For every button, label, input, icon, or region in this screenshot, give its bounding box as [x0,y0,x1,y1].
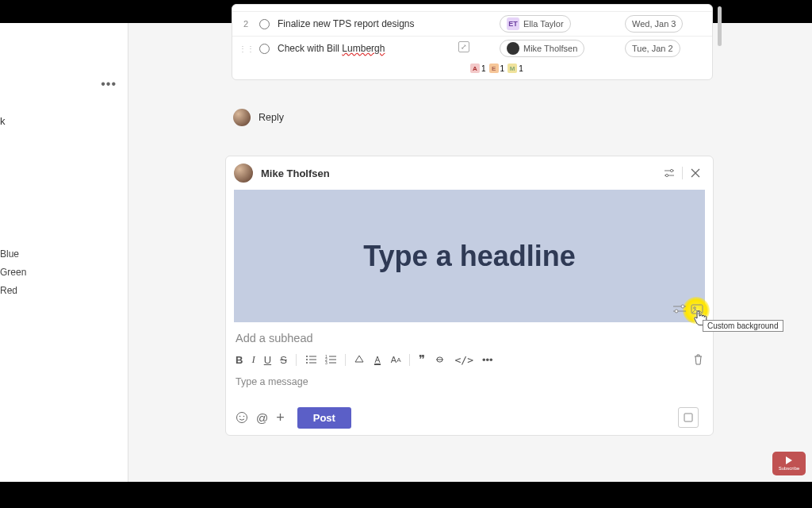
badge-letter: A [470,64,480,73]
link-button[interactable] [434,356,446,364]
sidebar: ••• k Blue Green Red [0,23,128,482]
task-text-spellflag: Lumbergh [342,43,385,54]
scrollbar-thumb[interactable] [718,6,722,46]
color-item[interactable]: Red [0,282,26,300]
sidebar-title-frag: k [0,115,6,127]
svg-point-4 [306,362,308,364]
emoji-icon[interactable] [236,411,248,424]
avatar-icon [507,42,519,55]
italic-button[interactable]: I [251,353,255,366]
svg-rect-12 [684,414,692,421]
post-button[interactable]: Post [297,407,351,429]
avatar-initials-icon: ET [507,17,519,30]
svg-point-0 [670,169,672,171]
mini-badge[interactable]: M1 [508,64,523,73]
underline-button[interactable]: U [264,354,271,366]
assignee-name: Ella Taylor [523,19,564,29]
task-text[interactable]: Finalize new TPS report designs [278,18,500,29]
mention-icon[interactable]: @ [256,411,268,425]
separator [296,354,297,366]
badge-count: 1 [500,64,505,73]
attach-square-icon[interactable] [678,407,699,428]
image-upload-icon[interactable] [691,304,703,315]
svg-point-13 [681,305,684,308]
svg-point-3 [306,359,308,360]
date-chip[interactable]: Wed, Jan 3 [625,15,683,33]
badge-count: 1 [481,64,486,73]
more-icon[interactable]: ••• [101,77,117,91]
font-color-button[interactable] [373,355,382,365]
assignee-chip[interactable]: Mike Tholfsen [500,40,584,57]
headline-placeholder: Type a headline [363,240,575,273]
date-chip[interactable]: Tue, Jan 2 [625,40,680,57]
mini-badge[interactable]: A1 [470,64,486,73]
row-index: 2 [232,19,259,29]
table-row[interactable]: 2 Finalize new TPS report designs ET Ell… [232,11,712,36]
more-format-icon[interactable]: ••• [482,354,493,366]
svg-point-9 [237,413,247,423]
subhead-input[interactable]: Add a subhead [226,322,713,346]
font-size-button[interactable]: AA [391,355,401,364]
add-icon[interactable]: + [276,410,285,426]
youtube-subscribe-overlay[interactable]: Subscribe [772,452,806,475]
bullet-list-button[interactable] [305,355,316,364]
checkbox-circle-icon[interactable] [259,19,270,29]
separator [345,354,346,366]
expand-icon[interactable]: ⤢ [458,41,469,52]
drag-handle-icon[interactable]: ⋮⋮ [239,44,255,53]
separator [409,354,410,366]
svg-point-11 [243,416,245,418]
quote-button[interactable]: ❞ [419,352,425,367]
svg-text:3: 3 [325,360,327,364]
tooltip: Custom background [703,320,783,332]
strike-button[interactable]: S [280,354,287,366]
svg-point-1 [665,174,668,176]
color-item[interactable]: Blue [0,245,26,264]
code-button[interactable]: </> [454,354,473,366]
number-list-button[interactable]: 123 [325,355,336,364]
assignee-name: Mike Tholfsen [523,44,577,53]
svg-point-2 [306,356,308,357]
table-row[interactable]: ⋮⋮ Check with Bill Lumbergh ⤢ Mike Tholf… [232,36,712,60]
format-toolbar: B I U S 123 AA ❞ </> ••• [226,346,713,373]
badge-letter: M [508,64,517,73]
reply-row[interactable]: Reply [233,109,284,126]
checkbox-circle-icon[interactable] [259,44,270,54]
svg-point-14 [675,310,678,313]
color-item[interactable]: Green [0,264,26,282]
task-card: 2 Finalize new TPS report designs ET Ell… [232,4,713,80]
reply-label: Reply [259,112,284,123]
play-icon [786,456,792,464]
author-name: Mike Tholfsen [261,167,660,179]
subscribe-label: Subscribe [779,466,800,471]
delete-icon[interactable] [693,354,703,365]
main-area: 2 Finalize new TPS report designs ET Ell… [128,23,812,482]
composer-footer: @ + Post [226,400,713,435]
color-scheme-icon[interactable] [672,304,688,315]
badge-letter: E [489,64,499,73]
avatar-icon [234,164,253,183]
avatar-icon [233,109,251,126]
svg-rect-8 [374,364,381,365]
close-icon[interactable] [686,164,705,183]
announcement-composer: Mike Tholfsen Type a headline Add a subh… [225,156,714,436]
badges-row: A1 E1 M1 [232,60,712,79]
badge-count: 1 [519,64,523,73]
headline-banner[interactable]: Type a headline [234,190,705,322]
highlight-button[interactable] [354,355,364,365]
task-text-prefix: Check with Bill [278,43,342,54]
mini-badge[interactable]: E1 [489,64,505,73]
assignee-chip[interactable]: ET Ella Taylor [500,15,571,33]
options-icon[interactable] [660,164,679,183]
separator [682,167,683,179]
composer-header: Mike Tholfsen [226,156,713,190]
bold-button[interactable]: B [236,354,243,366]
svg-point-16 [694,307,696,310]
svg-point-10 [239,416,241,418]
color-list: Blue Green Red [0,245,26,300]
